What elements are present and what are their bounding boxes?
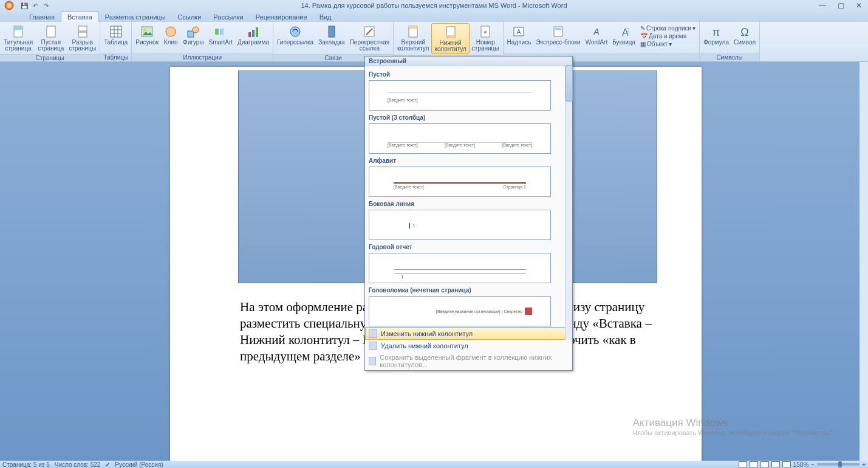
gallery-body[interactable]: Пустой [Введите текст] Пустой (3 столбца… xyxy=(365,66,572,327)
gallery-item-blank[interactable]: Пустой xyxy=(369,71,569,78)
minimize-button[interactable]: — xyxy=(816,1,829,10)
chart-icon xyxy=(246,24,261,39)
redo-icon[interactable]: ↷ xyxy=(41,1,51,10)
svg-rect-14 xyxy=(220,29,224,35)
svg-rect-7 xyxy=(111,26,121,37)
svg-point-1 xyxy=(7,3,12,8)
svg-rect-22 xyxy=(409,26,417,29)
footer-button[interactable]: Нижний колонтитул xyxy=(431,23,469,54)
header-button[interactable]: Верхний колонтитул xyxy=(395,23,431,53)
view-reading-icon[interactable] xyxy=(750,461,758,467)
wordart-button[interactable]: AWordArt xyxy=(583,23,610,47)
hyperlink-icon xyxy=(288,24,302,39)
maximize-button[interactable]: ▢ xyxy=(834,1,847,10)
svg-text:π: π xyxy=(713,26,720,38)
remove-footer-menu-item[interactable]: Удалить нижний колонтитул xyxy=(365,340,572,352)
pagenum-icon: # xyxy=(478,24,493,39)
equation-icon: π xyxy=(709,24,723,39)
svg-rect-17 xyxy=(256,27,258,37)
zoom-level[interactable]: 150% xyxy=(793,461,809,468)
picture-icon xyxy=(140,24,154,39)
dropcap-button[interactable]: AБуквица xyxy=(610,23,638,47)
status-page[interactable]: Страница: 5 из 5 xyxy=(2,461,50,468)
zoom-slider[interactable] xyxy=(817,463,859,466)
gallery-scroll-thumb[interactable] xyxy=(566,65,573,102)
zoom-thumb[interactable] xyxy=(838,461,842,467)
edit-icon xyxy=(369,329,377,338)
status-language[interactable]: Русский (Россия) xyxy=(115,461,163,468)
shapes-icon xyxy=(186,24,200,39)
preview-puzzle[interactable]: [Введите название организации] | Секретн… xyxy=(369,296,551,326)
table-button[interactable]: Таблица xyxy=(101,23,130,47)
wordart-icon: A xyxy=(589,24,604,39)
undo-icon[interactable]: ↶ xyxy=(30,1,40,10)
bookmark-button[interactable]: Закладка xyxy=(316,23,347,47)
tab-home[interactable]: Главная xyxy=(23,12,61,22)
view-web-icon[interactable] xyxy=(760,461,769,467)
object-button[interactable]: ▦Объект ▾ xyxy=(638,40,698,48)
signature-line-button[interactable]: ✎Строка подписи ▾ xyxy=(638,24,698,32)
header-icon xyxy=(406,24,420,39)
svg-rect-13 xyxy=(215,29,219,35)
crossref-button[interactable]: Перекрестная ссылка xyxy=(347,23,392,53)
shapes-button[interactable]: Фигуры xyxy=(180,23,206,47)
textbox-button[interactable]: AНадпись xyxy=(505,23,534,47)
datetime-button[interactable]: 📅Дата и время xyxy=(638,32,698,40)
sig-icon: ✎ xyxy=(640,25,645,32)
view-outline-icon[interactable] xyxy=(771,461,780,467)
preview-alphabet[interactable]: [Введите текст]Страница 1 xyxy=(369,167,551,197)
save-icon[interactable]: 💾 xyxy=(19,1,29,10)
cover-page-button[interactable]: Титульная страница xyxy=(1,23,35,53)
gallery-item-puzzle[interactable]: Головоломка (нечетная страница) xyxy=(369,287,569,294)
gallery-item-alphabet[interactable]: Алфавит xyxy=(369,157,569,164)
status-proofing-icon[interactable]: ✔ xyxy=(105,461,110,468)
activation-watermark: Активация Windows Чтобы активировать Win… xyxy=(633,417,835,436)
tab-mailings[interactable]: Рассылки xyxy=(207,12,249,22)
office-button[interactable] xyxy=(0,0,18,11)
vertical-scrollbar[interactable] xyxy=(859,62,868,461)
zoom-out-button[interactable]: − xyxy=(811,461,815,468)
svg-text:Ω: Ω xyxy=(740,26,748,38)
hyperlink-button[interactable]: Гиперссылка xyxy=(275,23,316,47)
pagenum-button[interactable]: #Номер страницы xyxy=(470,23,502,53)
svg-text:A: A xyxy=(517,29,521,35)
tab-layout[interactable]: Разметка страницы xyxy=(99,12,172,22)
preview-annual[interactable]: 1 xyxy=(369,253,551,283)
title-bar: 💾 ↶ ↷ 14. Рамка для курсовой работы поль… xyxy=(0,0,868,11)
tab-view[interactable]: Вид xyxy=(313,12,338,22)
blank-page-button[interactable]: Пустая страница xyxy=(35,23,66,53)
clip-button[interactable]: Клип xyxy=(161,23,180,47)
edit-footer-menu-item[interactable]: Изменить нижний колонтитул xyxy=(365,328,572,340)
status-words[interactable]: Число слов: 522 xyxy=(55,461,101,468)
symbol-button[interactable]: ΩСимвол xyxy=(731,23,758,47)
remove-icon xyxy=(369,342,377,350)
gallery-scrollbar[interactable] xyxy=(565,65,572,340)
preview-sideline[interactable]: 1 xyxy=(369,210,551,240)
gallery-footer-menu: Изменить нижний колонтитул Удалить нижни… xyxy=(365,327,572,370)
chart-button[interactable]: Диаграмма xyxy=(235,23,272,47)
quickparts-button[interactable]: Экспресс-блоки xyxy=(533,23,583,47)
status-bar: Страница: 5 из 5 Число слов: 522 ✔ Русск… xyxy=(0,461,868,468)
picture-button[interactable]: Рисунок xyxy=(133,23,161,47)
window-title: 14. Рамка для курсовой работы пользуемся… xyxy=(301,2,567,9)
equation-button[interactable]: πФормула xyxy=(701,23,731,47)
gallery-item-blank3[interactable]: Пустой (3 столбца) xyxy=(369,114,569,121)
tab-references[interactable]: Ссылки xyxy=(172,12,208,22)
window-controls: — ▢ ✕ xyxy=(816,1,866,10)
close-button[interactable]: ✕ xyxy=(852,1,866,10)
view-draft-icon[interactable] xyxy=(782,461,791,467)
view-print-layout-icon[interactable] xyxy=(739,461,747,467)
preview-blank3[interactable]: [Введите текст][Введите текст][Введите т… xyxy=(369,123,551,154)
svg-rect-3 xyxy=(14,26,22,30)
page-break-button[interactable]: Разрыв страницы xyxy=(66,23,98,53)
tab-review[interactable]: Рецензирование xyxy=(250,12,313,22)
save-gallery-icon xyxy=(369,357,376,365)
tab-insert[interactable]: Вставка xyxy=(61,12,99,22)
gallery-item-sideline[interactable]: Боковая линия xyxy=(369,201,569,207)
gallery-item-annual[interactable]: Годовой отчет xyxy=(369,244,569,250)
smartart-button[interactable]: SmartArt xyxy=(207,23,235,47)
date-icon: 📅 xyxy=(640,33,648,40)
preview-blank[interactable]: [Введите текст] xyxy=(369,80,551,111)
zoom-in-button[interactable]: + xyxy=(862,461,866,468)
gallery-header: Встроенный xyxy=(365,57,572,66)
